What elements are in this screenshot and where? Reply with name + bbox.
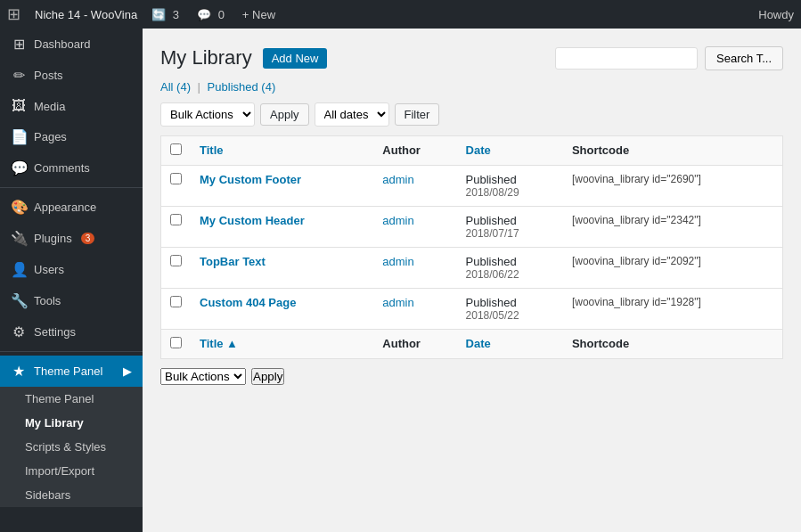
row-checkbox-0[interactable] [170,173,182,184]
filter-all-label: All [160,80,173,94]
dashboard-icon: ⊞ [11,36,27,53]
row-shortcode-cell: [woovina_library id="2690"] [563,166,783,207]
row-checkbox-2[interactable] [170,255,182,266]
top-right-area: Search T... [555,46,783,70]
theme-panel-label: Theme Panel [34,364,102,378]
howdy-text: Howdy [758,8,794,21]
sidebar-item-theme-panel[interactable]: ★ Theme Panel ▶ [0,356,143,387]
row-checkbox-cell [161,166,192,207]
sidebar-item-media[interactable]: 🖼 Media [0,91,143,121]
check-all-footer-col [161,330,192,359]
sidebar-item-dashboard[interactable]: ⊞ Dashboard [0,29,143,60]
submenu-theme-panel-label: Theme Panel [25,392,94,405]
page-title: My Library [160,46,252,70]
title-footer-col: Title ▲ [191,330,373,359]
sidebar-item-posts[interactable]: ✏ Posts [0,60,143,91]
search-input[interactable] [555,47,698,70]
row-checkbox-3[interactable] [170,296,182,307]
apply-bottom-button[interactable]: Apply [251,368,284,385]
updates-icon: 🔄 [151,8,166,21]
filter-all-link[interactable]: All (4) [160,80,194,94]
sidebar-item-users[interactable]: 👤 Users [0,254,143,285]
row-status-0: Published [466,173,554,186]
row-author-link-1[interactable]: admin [382,214,413,227]
row-date-cell: Published 2018/05/22 [457,289,563,330]
title-footer-sort-link[interactable]: Title ▲ [200,337,238,350]
submenu-scripts-styles[interactable]: Scripts & Styles [0,435,143,459]
row-title-link-1[interactable]: My Custom Header [200,214,305,227]
filter-sep: | [198,80,200,94]
row-title-cell: My Custom Header [191,207,373,248]
filter-button[interactable]: Filter [395,103,440,126]
row-shortcode-cell: [woovina_library id="2342"] [563,207,783,248]
row-title-link-2[interactable]: TopBar Text [200,255,266,268]
sidebar-item-settings[interactable]: ⚙ Settings [0,316,143,348]
theme-panel-submenu: Theme Panel My Library Scripts & Styles … [0,387,143,507]
sidebar-item-appearance[interactable]: 🎨 Appearance [0,192,143,223]
sidebar-item-comments[interactable]: 💬 Comments [0,152,143,184]
sidebar-item-tools[interactable]: 🔧 Tools [0,285,143,316]
row-status-1: Published [466,214,554,227]
sidebar-divider-1 [0,187,143,188]
sidebar-item-label: Appearance [34,201,96,214]
sidebar-item-label: Dashboard [34,37,91,51]
updates-item[interactable]: 🔄 3 [144,8,190,21]
library-table: Title Author Date Shortcode [160,135,783,359]
date-footer-sort-link[interactable]: Date [466,337,491,350]
row-date-cell: Published 2018/07/17 [457,207,563,248]
shortcode-footer-label: Shortcode [572,337,629,350]
date-sort-link[interactable]: Date [466,143,491,157]
shortcode-footer-col: Shortcode [563,330,783,359]
row-date-0: 2018/08/29 [466,186,554,199]
chevron-right-icon: ▶ [123,364,132,378]
submenu-my-library[interactable]: My Library [0,411,143,435]
bottom-toolbar: Bulk Actions Apply [160,368,783,385]
check-all-footer-checkbox[interactable] [170,337,182,348]
sidebar-item-label: Posts [34,69,63,82]
submenu-theme-panel[interactable]: Theme Panel [0,387,143,411]
row-author-link-3[interactable]: admin [382,296,413,309]
row-title-link-3[interactable]: Custom 404 Page [200,296,296,309]
submenu-my-library-label: My Library [25,416,84,430]
wp-logo-icon[interactable]: ⊞ [7,4,20,24]
new-item[interactable]: + New [235,8,282,21]
submenu-import-export[interactable]: Import/Export [0,459,143,483]
tools-icon: 🔧 [11,292,27,309]
row-title-cell: TopBar Text [191,248,373,289]
bulk-actions-select[interactable]: Bulk Actions [160,102,255,127]
comments-item[interactable]: 💬 0 [190,8,235,21]
bulk-actions-bottom-select[interactable]: Bulk Actions [160,368,246,385]
sidebar-item-label: Media [34,100,65,113]
check-all-checkbox[interactable] [170,143,182,155]
title-sort-link[interactable]: Title [200,143,224,157]
row-checkbox-1[interactable] [170,214,182,225]
filter-all-count: (4) [176,80,191,94]
users-icon: 👤 [11,261,27,278]
apply-button[interactable]: Apply [260,103,309,126]
row-title-link-0[interactable]: My Custom Footer [200,173,301,186]
search-button[interactable]: Search T... [705,46,783,70]
add-new-button[interactable]: Add New [263,48,328,69]
row-title-cell: Custom 404 Page [191,289,373,330]
table-row: My Custom Header admin Published 2018/07… [161,207,783,248]
plugins-icon: 🔌 [11,230,27,247]
date-col-header: Date [457,136,563,166]
sidebar-item-pages[interactable]: 📄 Pages [0,121,143,152]
plugins-badge: 3 [81,233,95,244]
row-title-cell: My Custom Footer [191,166,373,207]
sidebar-item-label: Plugins [34,232,72,245]
content-wrapper: Search T... My Library Add New All (4) |… [160,46,783,385]
site-name[interactable]: Niche 14 - WooVina [28,8,144,21]
row-author-link-2[interactable]: admin [382,255,413,268]
admin-bar: ⊞ Niche 14 - WooVina 🔄 3 💬 0 + New Howdy [0,0,801,29]
row-author-link-0[interactable]: admin [382,173,413,186]
row-author-cell: admin [373,248,456,289]
sidebar-item-plugins[interactable]: 🔌 Plugins 3 [0,223,143,254]
filter-published-link[interactable]: Published (4) [208,80,276,94]
comments-count: 0 [218,8,225,21]
table-row: Custom 404 Page admin Published 2018/05/… [161,289,783,330]
submenu-sidebars[interactable]: Sidebars [0,483,143,507]
date-filter-select[interactable]: All dates [315,102,389,127]
title-col-label: Title [200,143,224,157]
author-footer-label: Author [382,337,421,350]
